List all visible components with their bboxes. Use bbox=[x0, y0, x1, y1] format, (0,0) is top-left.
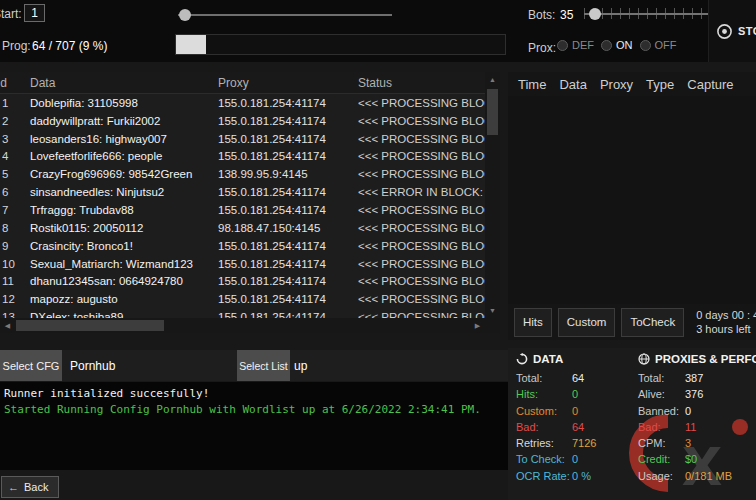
proxy-mode-def[interactable]: DEF bbox=[557, 39, 594, 51]
cell-proxy: 155.0.181.254:41174 bbox=[218, 258, 358, 270]
table-row[interactable]: 9Crasincity: Bronco1!155.0.181.254:41174… bbox=[0, 237, 485, 255]
table-row[interactable]: 5CrazyFrog696969: 98542Green138.99.95.9:… bbox=[0, 165, 485, 183]
cell-id: 5 bbox=[2, 168, 30, 180]
stat-line: Total:64 bbox=[516, 370, 636, 386]
table-row[interactable]: 4Lovefeetforlife666: people155.0.181.254… bbox=[0, 148, 485, 166]
scroll-right-icon[interactable]: ▶ bbox=[470, 318, 485, 333]
start-label: Start: bbox=[0, 7, 22, 21]
table-row[interactable]: 13DXelex: toshiba89155.0.181.254:41174<<… bbox=[0, 308, 485, 318]
start-slider[interactable] bbox=[178, 8, 392, 22]
back-arrow-icon: ← bbox=[8, 481, 19, 493]
stat-label: Banned: bbox=[638, 403, 685, 419]
stat-value: 0/181 MB bbox=[685, 470, 732, 482]
radio-icon bbox=[557, 40, 568, 51]
custom-button[interactable]: Custom bbox=[558, 308, 616, 337]
select-list-button[interactable]: Select List bbox=[237, 350, 290, 381]
data-section-title: DATA bbox=[533, 353, 563, 365]
hits-header-data[interactable]: Data bbox=[559, 77, 586, 92]
scroll-left-icon[interactable]: ◀ bbox=[0, 318, 15, 333]
hits-button[interactable]: Hits bbox=[514, 308, 552, 337]
hits-header-capture[interactable]: Capture bbox=[687, 77, 733, 92]
start-slider-thumb[interactable] bbox=[179, 9, 191, 21]
horizontal-scrollbar-thumb[interactable] bbox=[16, 320, 164, 331]
table-row[interactable]: 6sinsandneedles: Ninjutsu2155.0.181.254:… bbox=[0, 183, 485, 201]
hits-header-proxy[interactable]: Proxy bbox=[600, 77, 633, 92]
table-row[interactable]: 2daddywillpratt: Furkii2002155.0.181.254… bbox=[0, 112, 485, 130]
stat-label: OCR Rate: bbox=[516, 468, 572, 484]
header-data[interactable]: Data bbox=[30, 76, 218, 90]
horizontal-scrollbar[interactable]: ◀ ▶ bbox=[0, 318, 485, 333]
header-proxy[interactable]: Proxy bbox=[218, 76, 358, 90]
table-row[interactable]: 10Sexual_Matriarch: Wizmand123155.0.181.… bbox=[0, 255, 485, 273]
cell-data: Lovefeetforlife666: people bbox=[30, 150, 218, 162]
data-stat-items: Total:64Hits:0Custom:0Bad:64Retries:7126… bbox=[516, 370, 636, 484]
tocheck-button[interactable]: ToCheck bbox=[621, 308, 684, 337]
proxy-mode-on[interactable]: ON bbox=[601, 39, 633, 51]
cell-status: <<< PROCESSING BLOCK bbox=[358, 168, 485, 180]
proxy-mode-label: Prox: bbox=[528, 41, 556, 55]
table-row[interactable]: 1Doblepifia: 31105998155.0.181.254:41174… bbox=[0, 94, 485, 112]
stat-value: 0 bbox=[572, 388, 578, 400]
proxy-mode-group: DEF ON OFF bbox=[557, 39, 677, 51]
stat-line: Total:387 bbox=[638, 370, 756, 386]
back-button[interactable]: ← Back bbox=[1, 476, 59, 498]
stat-value: 64 bbox=[572, 372, 584, 384]
hits-header-time[interactable]: Time bbox=[518, 77, 546, 92]
stat-label: Credit: bbox=[638, 451, 685, 467]
scroll-up-icon[interactable]: ▲ bbox=[485, 72, 500, 87]
cell-id: 12 bbox=[2, 293, 30, 305]
bots-slider-thumb[interactable] bbox=[589, 8, 601, 20]
stop-button[interactable]: STOP bbox=[708, 0, 756, 62]
proxy-mode-off-label: OFF bbox=[655, 39, 677, 51]
wordlist-name-field[interactable]: up bbox=[290, 350, 508, 381]
vertical-scrollbar[interactable]: ▲ ▼ bbox=[485, 72, 500, 318]
stat-value: 376 bbox=[685, 388, 703, 400]
timer: 0 days 00 : 40 3 hours left bbox=[696, 308, 756, 336]
table-row[interactable]: 3leosanders16: highway007155.0.181.254:4… bbox=[0, 130, 485, 148]
config-name-field[interactable]: Pornhub bbox=[62, 350, 237, 381]
proxy-mode-off[interactable]: OFF bbox=[640, 39, 677, 51]
refresh-icon bbox=[516, 353, 528, 365]
header-status[interactable]: Status bbox=[358, 76, 500, 90]
bots-value: 35 bbox=[560, 8, 573, 22]
cell-proxy: 155.0.181.254:41174 bbox=[218, 186, 358, 198]
stat-line: Retries:7126 bbox=[516, 435, 636, 451]
hits-header-type[interactable]: Type bbox=[646, 77, 674, 92]
start-input[interactable] bbox=[24, 4, 45, 22]
stat-label: Bad: bbox=[516, 419, 572, 435]
table-row[interactable]: 12mapozz: augusto155.0.181.254:41174<<< … bbox=[0, 290, 485, 308]
progress-label: Prog: bbox=[2, 39, 31, 53]
progress-bar bbox=[175, 34, 506, 55]
bots-slider-track bbox=[584, 13, 712, 15]
cell-status: <<< PROCESSING BLOCK bbox=[358, 150, 485, 162]
cell-data: Sexual_Matriarch: Wizmand123 bbox=[30, 258, 218, 270]
cell-id: 11 bbox=[2, 275, 30, 287]
vertical-scrollbar-thumb[interactable] bbox=[487, 89, 498, 135]
config-controls: Select CFG Pornhub Select List up bbox=[0, 350, 508, 381]
header-id[interactable]: Id bbox=[0, 76, 30, 90]
stat-line: OCR Rate:0 % bbox=[516, 468, 636, 484]
stat-value: 7126 bbox=[572, 437, 596, 449]
elapsed-time: 0 days 00 : 40 bbox=[696, 308, 756, 322]
bots-label: Bots: bbox=[528, 8, 555, 22]
back-button-label: Back bbox=[24, 481, 48, 493]
cell-proxy: 98.188.47.150:4145 bbox=[218, 222, 358, 234]
scroll-down-icon[interactable]: ▼ bbox=[485, 303, 500, 318]
cell-status: <<< PROCESSING BLOCK bbox=[358, 258, 485, 270]
results-table-body: 1Doblepifia: 31105998155.0.181.254:41174… bbox=[0, 94, 485, 318]
hits-panel: Time Data Proxy Type Capture Hits Custom… bbox=[508, 72, 756, 340]
table-row[interactable]: 8Rostik0115: 2005011298.188.47.150:4145<… bbox=[0, 219, 485, 237]
cell-status: <<< PROCESSING BLOCK bbox=[358, 97, 485, 109]
table-row[interactable]: 7Trfraggg: Trubdav88155.0.181.254:41174<… bbox=[0, 201, 485, 219]
cell-status: <<< ERROR IN BLOCK: R bbox=[358, 186, 485, 198]
stat-label: Retries: bbox=[516, 435, 572, 451]
runner-window: Start: Bots: 35 STOP Prog: 64 / 707 (9 %… bbox=[0, 0, 756, 500]
select-cfg-button[interactable]: Select CFG bbox=[0, 350, 62, 381]
stat-line: Custom:0 bbox=[516, 403, 636, 419]
stat-label: To Check: bbox=[516, 451, 572, 467]
table-row[interactable]: 11dhanu12345san: 0664924780155.0.181.254… bbox=[0, 272, 485, 290]
stat-value: 0 % bbox=[572, 470, 591, 482]
cell-proxy: 155.0.181.254:41174 bbox=[218, 150, 358, 162]
hits-footer: Hits Custom ToCheck 0 days 00 : 40 3 hou… bbox=[508, 304, 756, 340]
bots-slider[interactable] bbox=[584, 5, 712, 23]
